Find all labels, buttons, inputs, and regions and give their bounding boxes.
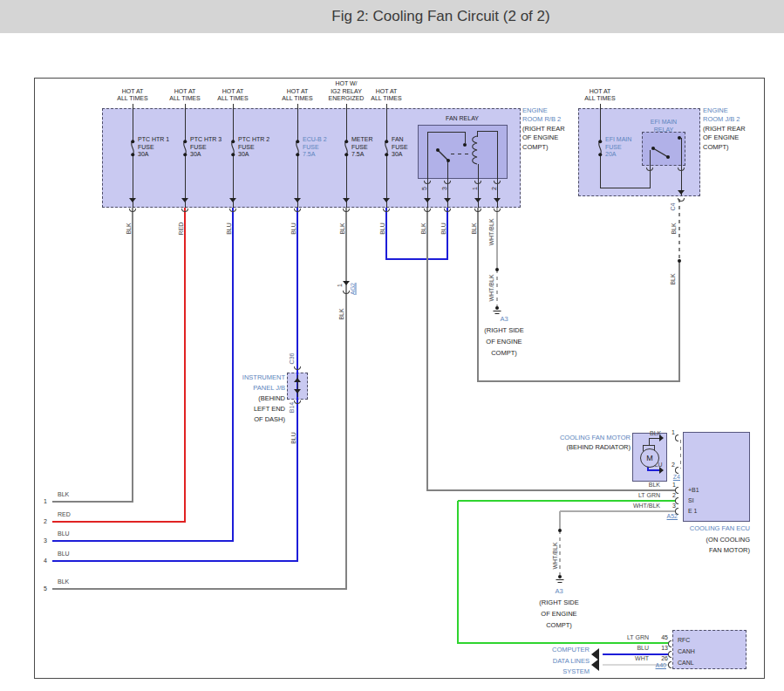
connector-link-z4[interactable]: Z4	[673, 474, 680, 481]
wire-color-label: WHT/BLK	[488, 274, 494, 301]
junction-dot	[666, 155, 670, 159]
connector-link-ag2[interactable]: AG2	[350, 283, 356, 295]
fuse-label: 30A	[138, 151, 148, 158]
fan-relay-box	[418, 125, 508, 179]
wire-segment	[496, 270, 498, 307]
pin-number: 13	[661, 645, 668, 652]
wire-color-label: E 1	[688, 508, 698, 515]
ground-icon	[495, 313, 500, 314]
wire-segment	[184, 208, 186, 523]
junction-dot	[678, 259, 681, 263]
instrument-panel-jb-note: (BEHIND	[258, 395, 285, 402]
power-source-label: HOT AT	[122, 88, 144, 95]
arrow-icon	[591, 659, 599, 671]
fuse-label: FUSE	[138, 144, 154, 151]
cooling-fan-ecu-note: (ON COOLING	[706, 537, 750, 544]
power-source-label: ALL TIMES	[217, 95, 248, 102]
wire-color-label: BLK	[126, 222, 132, 234]
connector-cup	[474, 209, 481, 212]
fuse-label: FUSE	[303, 144, 319, 151]
engine-room-jb2-note: COMPT)	[703, 144, 729, 151]
power-source-label: HOT AT	[222, 88, 244, 95]
connector-cup	[668, 640, 672, 647]
arrow-icon	[494, 198, 501, 202]
engine-room-rb2-note: COMPT)	[522, 144, 549, 151]
wire-segment	[458, 500, 676, 502]
instrument-panel-jb-note: INSTRUMENT	[242, 374, 285, 381]
wire-segment	[600, 104, 601, 142]
pin-number: 1	[672, 429, 675, 436]
wire-segment	[52, 540, 234, 542]
fuse-terminal-dot	[296, 153, 299, 156]
fuse-label: 30A	[190, 151, 201, 158]
arrow-icon	[659, 467, 664, 474]
engine-room-rb2-note: OF ENGINE	[522, 134, 558, 141]
fuse-terminal-dot	[385, 153, 388, 156]
pin-number: C4	[670, 203, 676, 211]
connector-link-a40[interactable]: A40	[656, 662, 666, 669]
fuse-terminal-dot	[183, 140, 187, 143]
ground-icon	[558, 582, 562, 583]
wire-color-label: BLU	[58, 530, 70, 537]
ground-a3-note-2: OF ENGINE	[541, 611, 576, 618]
junction-dot	[558, 529, 562, 532]
fuse-label: EFI MAIN	[605, 136, 631, 143]
ground-icon	[556, 579, 564, 580]
pin-number: 1	[472, 187, 478, 190]
fuse-terminal-dot	[598, 153, 602, 156]
wire-color-label: BLU	[226, 222, 232, 235]
ground-icon	[494, 311, 501, 311]
wire-segment	[427, 132, 466, 133]
connector-cup	[229, 209, 236, 212]
wire-segment	[52, 501, 133, 503]
fuse-label: 30A	[238, 151, 249, 158]
wire-color-label: WHT	[635, 655, 649, 662]
wire-segment	[232, 208, 234, 542]
wire-segment	[52, 560, 298, 562]
fuse-label: PTC HTR 3	[190, 136, 222, 143]
power-source-label: ALL TIMES	[282, 95, 312, 102]
wire-color-label: RED	[58, 511, 71, 518]
wire-segment	[458, 642, 669, 644]
power-source-label: HOT AT	[174, 88, 196, 95]
fuse-terminal-dot	[131, 140, 134, 143]
wire-color-label: LT GRN	[627, 634, 649, 641]
wire-color-label: BLK	[339, 222, 345, 234]
wire-segment	[451, 154, 472, 154]
junction-dot	[495, 268, 499, 271]
wire-color-label: WHT/BLK	[488, 218, 494, 245]
ground-a3-note-2: COMPT)	[546, 622, 572, 629]
wire-color-label: WHT/BLK	[633, 503, 660, 510]
connector-cup	[675, 508, 678, 515]
wire-segment	[185, 104, 186, 142]
connector-cup	[675, 434, 678, 441]
arrow-icon	[343, 198, 350, 202]
wire-segment	[477, 131, 478, 137]
fuse-label: FUSE	[605, 144, 622, 151]
wire-segment	[678, 261, 680, 382]
fuse-label: FUSE	[392, 144, 408, 151]
engine-room-rb2-note: (RIGHT REAR	[522, 126, 565, 133]
wire-segment	[497, 131, 498, 208]
wire-color-label: BLK	[671, 222, 677, 234]
wire-segment	[386, 258, 448, 260]
wire-segment	[345, 208, 347, 590]
pin-number: 4	[44, 558, 47, 564]
junction-dot	[463, 143, 467, 147]
instrument-panel-jb-note: PANEL J/B	[253, 385, 285, 392]
wire-segment	[427, 132, 428, 208]
ground-a3-note-2: A3	[555, 588, 562, 595]
connector-cup	[668, 661, 672, 668]
wire-color-label: BLU	[58, 551, 70, 558]
fuse-label: FUSE	[238, 144, 255, 151]
connector-cup	[383, 209, 390, 212]
fuse-label: 7.5A	[351, 151, 364, 158]
instrument-panel-jb-note: LEFT END	[254, 406, 285, 413]
cooling-fan-ecu-note: FAN MOTOR)	[709, 547, 750, 554]
wire-color-label: BLU	[440, 222, 447, 235]
wire-segment	[426, 208, 428, 491]
power-source-label: ALL TIMES	[117, 95, 147, 102]
wire-segment	[478, 380, 680, 382]
computer-data-lines-note: SYSTEM	[562, 668, 590, 675]
wiring-diagram-page: Fig 2: Cooling Fan Circuit (2 of 2) HOT …	[0, 0, 784, 691]
